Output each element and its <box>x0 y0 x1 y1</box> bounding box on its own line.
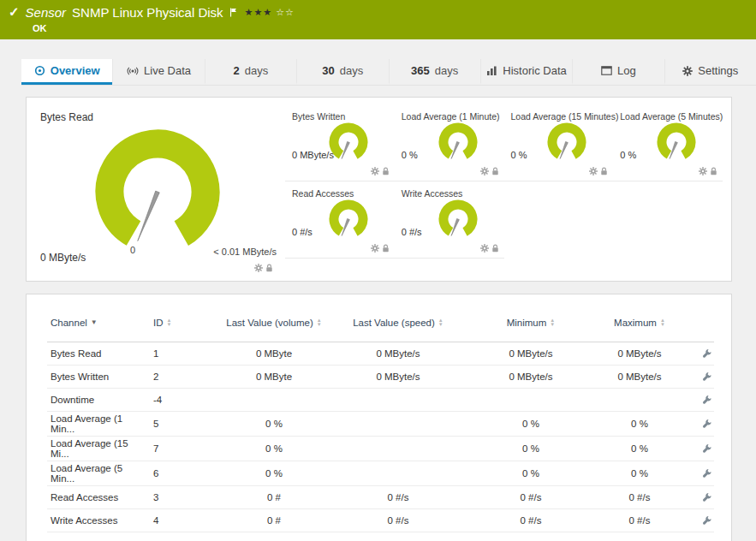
gauge-title: Bytes Written <box>292 111 391 122</box>
column-label: Maximum <box>614 318 657 328</box>
gauge-lock-icon[interactable] <box>710 167 717 175</box>
column-label: Last Value (speed) <box>353 318 435 328</box>
column-header-last-value-speed[interactable]: Last Value (speed) ▲▼ <box>326 316 470 330</box>
sort-icons: ▲▼ <box>317 318 322 327</box>
column-header-channel[interactable]: Channel ▼ <box>47 316 150 330</box>
tab-overview[interactable]: Overview <box>21 59 112 85</box>
tab-live-data[interactable]: Live Data <box>112 59 204 85</box>
id-cell: 1 <box>150 347 222 360</box>
gauge-title: Bytes Read <box>35 104 280 123</box>
column-header-maximum[interactable]: Maximum ▲▼ <box>592 316 688 330</box>
tab-label: Settings <box>698 64 738 77</box>
column-label: Minimum <box>507 318 547 328</box>
priority-star-rating[interactable]: ★★★ ☆☆ <box>245 7 295 18</box>
gauge-actions <box>480 244 499 253</box>
table-row: Bytes Written 2 0 MByte 0 MByte/s 0 MByt… <box>47 366 714 389</box>
mini-gauge <box>543 122 591 164</box>
gauge-current-value: 0 #/s <box>292 227 313 237</box>
tab-historic-data[interactable]: Historic Data <box>480 59 572 85</box>
live-data-icon <box>127 66 139 76</box>
gauge-settings-gear-icon[interactable] <box>480 244 489 253</box>
channel-settings-wrench-icon[interactable] <box>701 492 712 503</box>
id-cell: 2 <box>150 370 222 383</box>
gauge-lock-icon[interactable] <box>600 167 608 175</box>
column-header-minimum[interactable]: Minimum ▲▼ <box>470 316 592 330</box>
status-badge: OK <box>33 23 747 33</box>
gauge-settings-gear-icon[interactable] <box>699 167 707 175</box>
minimum-cell: 0 % <box>470 467 592 480</box>
column-header-last-value-volume[interactable]: Last Value (volume) ▲▼ <box>222 316 326 330</box>
channel-settings-wrench-icon[interactable] <box>701 443 712 455</box>
tab-label: Overview <box>51 64 100 77</box>
gauge-lock-icon[interactable] <box>265 264 273 272</box>
tab-label-word: days <box>340 64 363 77</box>
gauge-actions <box>589 167 608 175</box>
gauge-current-value: 0 #/s <box>402 227 422 237</box>
tab-label: Live Data <box>144 64 191 77</box>
last-value-volume-cell: 0 % <box>222 467 326 480</box>
tab-2-days[interactable]: 2 days <box>205 59 296 85</box>
channel-cell: Read Accesses <box>47 490 150 504</box>
tab-bar: Overview Live Data 2 days 30 days 365 da… <box>21 59 756 86</box>
tab-label-word: days <box>435 64 458 77</box>
gauge-actions <box>480 167 499 175</box>
gauge-lock-icon[interactable] <box>491 167 499 175</box>
last-value-volume-cell: 0 MByte <box>222 370 326 383</box>
gauge-settings-gear-icon[interactable] <box>480 167 489 175</box>
id-cell: 5 <box>150 417 222 431</box>
last-value-speed-cell <box>326 447 470 450</box>
last-value-speed-cell: 0 #/s <box>326 514 470 527</box>
channel-settings-wrench-icon[interactable] <box>701 515 712 526</box>
tab-log[interactable]: Log <box>572 59 664 85</box>
gauge-settings-gear-icon[interactable] <box>371 244 379 253</box>
gauge-lock-icon[interactable] <box>382 167 390 175</box>
table-row: Bytes Read 1 0 MByte 0 MByte/s 0 MByte/s… <box>47 342 714 366</box>
tab-365-days[interactable]: 365 days <box>389 59 480 85</box>
gauge-cell-read-accesses: Read Accesses 0 #/s <box>285 181 395 259</box>
minimum-cell: 0 MByte/s <box>470 370 592 383</box>
stars-filled: ★★★ <box>245 7 273 17</box>
table-header-row: Channel ▼ ID ▲▼ Last Value (volume) ▲▼ L… <box>47 303 714 342</box>
channel-settings-wrench-icon[interactable] <box>701 395 712 406</box>
gauge-settings-gear-icon[interactable] <box>371 167 379 175</box>
gauge-settings-gear-icon[interactable] <box>254 264 263 272</box>
flag-icon <box>229 8 237 17</box>
table-row: Downtime -4 <box>47 389 714 412</box>
tab-label-number: 2 <box>234 64 240 77</box>
channel-settings-wrench-icon[interactable] <box>701 372 712 383</box>
tab-label: Historic Data <box>503 64 566 77</box>
channel-cell: Load Average (15 Mi... <box>47 437 150 461</box>
overview-icon <box>34 65 45 76</box>
gauge-lock-icon[interactable] <box>491 244 499 253</box>
stars-empty: ☆☆ <box>276 7 295 17</box>
gauge-current-value: 0 % <box>620 150 636 160</box>
minimum-cell: 0 MByte/s <box>470 347 592 360</box>
maximum-cell: 0 % <box>592 467 688 480</box>
column-label: ID <box>153 318 164 328</box>
maximum-cell: 0 #/s <box>592 490 688 504</box>
gauge-scale-max: < 0.01 MByte/s <box>213 247 277 257</box>
sensor-header: ✓ Sensor SNMP Linux Physical Disk ★★★ ☆☆… <box>0 0 756 39</box>
last-value-volume-cell: 0 % <box>222 417 326 431</box>
tab-settings[interactable]: Settings <box>664 59 756 85</box>
last-value-speed-cell <box>326 422 470 425</box>
gauge-current-value: 0 MByte/s <box>40 252 86 264</box>
channel-settings-wrench-icon[interactable] <box>701 419 712 430</box>
column-header-id[interactable]: ID ▲▼ <box>150 316 222 330</box>
tab-label-number: 30 <box>322 64 334 77</box>
main-gauge-bytes-read: Bytes Read 0 MByte/s 0 < 0.01 MByte/s <box>35 104 280 274</box>
gauge-title: Load Average (1 Minute) <box>402 111 501 122</box>
minimum-cell: 0 #/s <box>470 490 592 504</box>
channel-settings-wrench-icon[interactable] <box>701 348 712 360</box>
gauge-settings-gear-icon[interactable] <box>589 167 598 175</box>
last-value-speed-cell <box>326 398 470 401</box>
last-value-volume-cell: 0 MByte <box>222 347 326 360</box>
gauge-lock-icon[interactable] <box>382 244 390 253</box>
minimum-cell: 0 % <box>470 442 592 455</box>
mini-gauge <box>324 199 372 241</box>
id-cell: 3 <box>150 490 222 504</box>
mini-gauge <box>434 199 482 241</box>
channel-settings-wrench-icon[interactable] <box>701 468 712 479</box>
maximum-cell: 0 #/s <box>592 514 688 527</box>
tab-30-days[interactable]: 30 days <box>296 59 388 85</box>
